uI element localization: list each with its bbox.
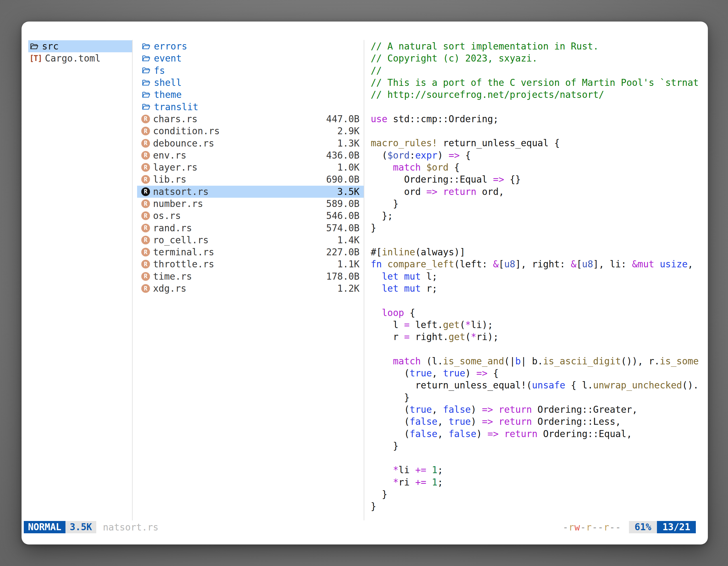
entry-size: 1.2K	[337, 283, 360, 294]
entry-name: time.rs	[153, 271, 192, 282]
file-row-natsort.rs[interactable]: Rnatsort.rs3.5K	[137, 186, 364, 198]
code-line: }	[371, 198, 708, 210]
file-row-condition.rs[interactable]: Rcondition.rs2.9K	[137, 125, 364, 137]
file-row-layer.rs[interactable]: Rlayer.rs1.0K	[137, 161, 364, 173]
code-line: //	[371, 65, 708, 77]
code-line: use std::cmp::Ordering;	[371, 113, 708, 125]
file-row-time.rs[interactable]: Rtime.rs178.0B	[137, 271, 364, 283]
code-line: loop {	[371, 307, 708, 319]
code-line: Ordering::Equal => {}	[371, 173, 708, 186]
pane-divider-right	[364, 40, 364, 520]
file-row-debounce.rs[interactable]: Rdebounce.rs1.3K	[137, 137, 364, 149]
entry-size: 574.0B	[326, 223, 360, 234]
file-row-chars.rs[interactable]: Rchars.rs447.0B	[137, 113, 364, 125]
file-row-xdg.rs[interactable]: Rxdg.rs1.2K	[137, 283, 364, 294]
code-line	[371, 101, 708, 113]
preview-pane: // A natural sort implementation in Rust…	[371, 40, 708, 513]
code-line	[371, 125, 708, 137]
code-line: #[inline(always)]	[371, 246, 708, 258]
entry-name: natsort.rs	[153, 186, 209, 197]
rust-icon: R	[141, 260, 150, 269]
rust-icon: R	[141, 248, 150, 257]
file-row-terminal.rs[interactable]: Rterminal.rs227.0B	[137, 246, 364, 258]
entry-name: fs	[154, 65, 165, 76]
entry-name: condition.rs	[153, 126, 220, 137]
rust-icon: R	[141, 272, 150, 281]
rust-icon: R	[141, 115, 150, 123]
cursor-position-badge: 13/21	[657, 521, 696, 533]
entry-name: env.rs	[153, 150, 186, 161]
code-line: // This is a port of the C version of Ma…	[371, 77, 708, 89]
code-line: // Copyright (c) 2023, sxyazi.	[371, 52, 708, 64]
code-line: // http://sourcefrog.net/projects/natsor…	[371, 89, 708, 101]
entry-size: 546.0B	[326, 210, 360, 221]
code-line: (false, true) => return Ordering::Less,	[371, 415, 708, 427]
entry-size: 1.4K	[337, 235, 360, 246]
file-row-os.rs[interactable]: Ros.rs546.0B	[137, 210, 364, 222]
entry-name: shell	[154, 77, 182, 88]
code-line: }	[371, 391, 708, 403]
rust-icon: R	[141, 139, 150, 148]
rust-icon: R	[141, 151, 150, 160]
code-line: (true, true) => {	[371, 367, 708, 379]
entry-name: terminal.rs	[153, 247, 214, 258]
entry-size: 178.0B	[326, 271, 360, 282]
code-line: macro_rules! return_unless_equal {	[371, 137, 708, 149]
code-line: *ri += 1;	[371, 476, 708, 488]
dir-row-src[interactable]: src	[28, 40, 132, 52]
code-line: (false, false) => return Ordering::Equal…	[371, 428, 708, 440]
code-line: let mut r;	[371, 283, 708, 294]
dir-row-shell[interactable]: shell	[137, 77, 364, 89]
code-line: };	[371, 210, 708, 222]
dir-row-event[interactable]: event	[137, 52, 364, 64]
entry-name: lib.rs	[153, 174, 186, 185]
folder-icon	[29, 42, 39, 51]
entry-name: debounce.rs	[153, 138, 214, 149]
file-row-rand.rs[interactable]: Rrand.rs574.0B	[137, 222, 364, 234]
code-line	[371, 452, 708, 464]
folder-icon	[141, 54, 151, 63]
dir-row-fs[interactable]: fs	[137, 65, 364, 77]
entry-size: 3.5K	[337, 186, 360, 197]
rust-icon: R	[141, 175, 150, 184]
rust-icon: R	[141, 163, 150, 172]
toml-icon: [T]	[29, 54, 42, 63]
entry-size: 690.0B	[326, 174, 360, 185]
code-line: match $ord {	[371, 161, 708, 173]
status-filename: natsort.rs	[103, 522, 159, 533]
dir-row-errors[interactable]: errors	[137, 40, 364, 52]
file-row-Cargo.toml[interactable]: [T]Cargo.toml	[28, 52, 132, 64]
code-line: l = left.get(*li);	[371, 319, 708, 331]
rust-icon: R	[141, 224, 150, 233]
dir-row-translit[interactable]: translit	[137, 101, 364, 113]
entry-size: 227.0B	[326, 247, 360, 258]
status-bar: NORMAL 3.5K natsort.rs -rw-r--r-- 61% 13…	[24, 521, 696, 533]
code-line	[371, 234, 708, 246]
dir-row-theme[interactable]: theme	[137, 89, 364, 101]
entry-name: throttle.rs	[153, 259, 214, 270]
parent-pane: src[T]Cargo.toml	[28, 40, 132, 65]
code-line: match (l.is_some_and(|b| b.is_ascii_digi…	[371, 355, 708, 367]
folder-icon	[141, 102, 151, 112]
permissions: -rw-r--r--	[563, 522, 621, 533]
entry-name: os.rs	[153, 210, 181, 221]
file-size-badge: 3.5K	[65, 521, 96, 533]
code-line: return_unless_equal!(unsafe { l.unwrap_u…	[371, 379, 708, 391]
file-row-lib.rs[interactable]: Rlib.rs690.0B	[137, 173, 364, 186]
file-row-env.rs[interactable]: Renv.rs436.0B	[137, 149, 364, 161]
entry-name: translit	[154, 102, 198, 112]
code-line	[371, 343, 708, 355]
entry-size: 436.0B	[326, 150, 360, 161]
file-row-throttle.rs[interactable]: Rthrottle.rs1.1K	[137, 258, 364, 270]
pane-divider-left	[132, 40, 133, 520]
entry-name: errors	[154, 41, 187, 52]
file-row-number.rs[interactable]: Rnumber.rs589.0B	[137, 198, 364, 210]
file-row-ro_cell.rs[interactable]: Rro_cell.rs1.4K	[137, 234, 364, 246]
code-line	[371, 294, 708, 306]
entry-name: src	[42, 41, 59, 52]
code-line: let mut l;	[371, 271, 708, 283]
entry-size: 589.0B	[326, 198, 360, 209]
entry-size: 1.3K	[337, 138, 360, 149]
code-line: ($ord:expr) => {	[371, 149, 708, 161]
entry-name: rand.rs	[153, 223, 192, 234]
